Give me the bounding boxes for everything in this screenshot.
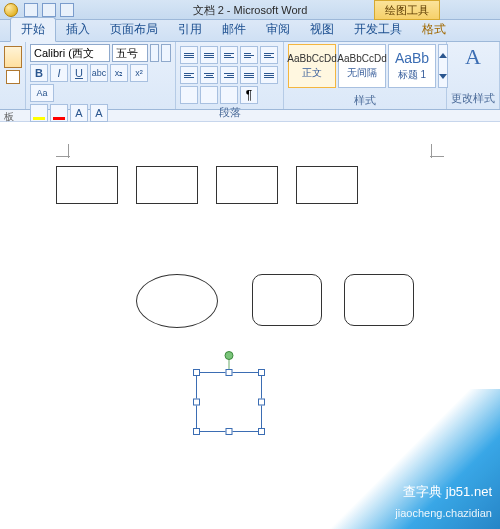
changecase-button[interactable]: Aa	[30, 84, 54, 102]
group-clipboard	[0, 42, 26, 109]
resize-handle-tl[interactable]	[193, 369, 200, 376]
resize-handle-tr[interactable]	[258, 369, 265, 376]
align-right-button[interactable]	[220, 66, 238, 84]
quick-access-toolbar	[24, 3, 74, 17]
indent-dec-button[interactable]	[240, 46, 258, 64]
style-sample: AaBbCcDd	[337, 53, 386, 64]
borders-button[interactable]	[200, 86, 218, 104]
resize-handle-t[interactable]	[226, 369, 233, 376]
grow-font-icon[interactable]	[150, 44, 160, 62]
shrink-font-icon[interactable]	[161, 44, 171, 62]
indent-inc-button[interactable]	[260, 46, 278, 64]
document-area[interactable]: 查字典 jb51.net jiaocheng.chazidian	[0, 122, 500, 529]
style-normal[interactable]: AaBbCcDd 正文	[288, 44, 336, 88]
tab-developer[interactable]: 开发工具	[344, 18, 412, 41]
tab-mailings[interactable]: 邮件	[212, 18, 256, 41]
qat-redo-icon[interactable]	[60, 3, 74, 17]
underline-button[interactable]: U	[70, 64, 88, 82]
char-border-button[interactable]: A	[70, 104, 88, 122]
format-painter-icon[interactable]	[6, 70, 20, 84]
tab-view[interactable]: 视图	[300, 18, 344, 41]
group-paragraph-label: 段落	[180, 104, 279, 121]
style-name: 无间隔	[347, 66, 377, 80]
superscript-button[interactable]: x²	[130, 64, 148, 82]
justify-button[interactable]	[240, 66, 258, 84]
tab-format[interactable]: 格式	[412, 18, 456, 41]
resize-handle-br[interactable]	[258, 428, 265, 435]
chevron-down-icon	[439, 74, 447, 79]
font-color-button[interactable]	[50, 104, 68, 122]
contextual-tab-title: 绘图工具	[374, 0, 440, 20]
style-name: 正文	[302, 66, 322, 80]
shading-button[interactable]	[180, 86, 198, 104]
bullets-button[interactable]	[180, 46, 198, 64]
highlight-color-button[interactable]	[30, 104, 48, 122]
italic-button[interactable]: I	[50, 64, 68, 82]
bold-button[interactable]: B	[30, 64, 48, 82]
qat-save-icon[interactable]	[24, 3, 38, 17]
font-size-select[interactable]: 五号	[112, 44, 148, 62]
style-gallery: AaBbCcDd 正文 AaBbCcDd 无间隔 AaBb 标题 1	[288, 44, 436, 88]
showmarks-button[interactable]: ¶	[240, 86, 258, 104]
rounded-rectangle-shape[interactable]	[252, 274, 322, 326]
line-spacing-button[interactable]	[260, 66, 278, 84]
numbering-button[interactable]	[200, 46, 218, 64]
style-heading1[interactable]: AaBb 标题 1	[388, 44, 436, 88]
font-name-select[interactable]: Calibri (西文	[30, 44, 110, 62]
group-change-styles: A 更改样式	[447, 42, 500, 109]
style-sample: AaBb	[395, 50, 429, 66]
ribbon: Calibri (西文 五号 B I U abc x₂ x² Aa A A 字体	[0, 42, 500, 110]
group-paragraph: ¶ 段落	[176, 42, 284, 109]
watermark: 查字典 jb51.net jiaocheng.chazidian	[330, 389, 500, 529]
multilevel-button[interactable]	[220, 46, 238, 64]
watermark-subtext: jiaocheng.chazidian	[395, 507, 492, 519]
paste-icon[interactable]	[4, 46, 22, 68]
selected-rectangle-shape[interactable]	[196, 372, 262, 432]
highlight-color-swatch	[33, 117, 45, 120]
subscript-button[interactable]: x₂	[110, 64, 128, 82]
resize-handle-bl[interactable]	[193, 428, 200, 435]
resize-handle-l[interactable]	[193, 399, 200, 406]
watermark-text: 查字典 jb51.net	[403, 483, 492, 501]
change-styles-label: 更改样式	[451, 90, 495, 107]
resize-handle-b[interactable]	[226, 428, 233, 435]
change-styles-icon[interactable]: A	[451, 44, 495, 70]
rounded-rectangle-shape[interactable]	[344, 274, 414, 326]
tab-references[interactable]: 引用	[168, 18, 212, 41]
ribbon-tabs: 开始 插入 页面布局 引用 邮件 审阅 视图 开发工具 格式	[0, 20, 500, 42]
style-nospacing[interactable]: AaBbCcDd 无间隔	[338, 44, 386, 88]
align-center-button[interactable]	[200, 66, 218, 84]
style-sample: AaBbCcDd	[287, 53, 336, 64]
tab-home[interactable]: 开始	[10, 17, 56, 42]
ellipse-shape[interactable]	[136, 274, 218, 328]
rectangle-shape[interactable]	[216, 166, 278, 204]
qat-undo-icon[interactable]	[42, 3, 56, 17]
align-left-button[interactable]	[180, 66, 198, 84]
resize-handle-r[interactable]	[258, 399, 265, 406]
group-clipboard-label	[4, 107, 21, 109]
group-styles-label: 样式	[288, 92, 442, 109]
tab-insert[interactable]: 插入	[56, 18, 100, 41]
style-name: 标题 1	[398, 68, 426, 82]
tab-review[interactable]: 审阅	[256, 18, 300, 41]
rectangle-shape[interactable]	[136, 166, 198, 204]
char-shading-button[interactable]: A	[90, 104, 108, 122]
rectangle-shape[interactable]	[296, 166, 358, 204]
margin-mark-tl	[56, 144, 70, 158]
margin-mark-tr	[430, 144, 444, 158]
sort-button[interactable]	[220, 86, 238, 104]
title-bar: 文档 2 - Microsoft Word 绘图工具	[0, 0, 500, 20]
group-font: Calibri (西文 五号 B I U abc x₂ x² Aa A A 字体	[26, 42, 176, 109]
strike-button[interactable]: abc	[90, 64, 108, 82]
group-styles: AaBbCcDd 正文 AaBbCcDd 无间隔 AaBb 标题 1 样式	[284, 42, 447, 109]
chevron-up-icon	[439, 53, 447, 58]
rectangle-shape[interactable]	[56, 166, 118, 204]
rotate-handle[interactable]	[225, 351, 234, 360]
office-orb[interactable]	[4, 3, 18, 17]
tab-pagelayout[interactable]: 页面布局	[100, 18, 168, 41]
font-color-swatch	[53, 117, 65, 120]
